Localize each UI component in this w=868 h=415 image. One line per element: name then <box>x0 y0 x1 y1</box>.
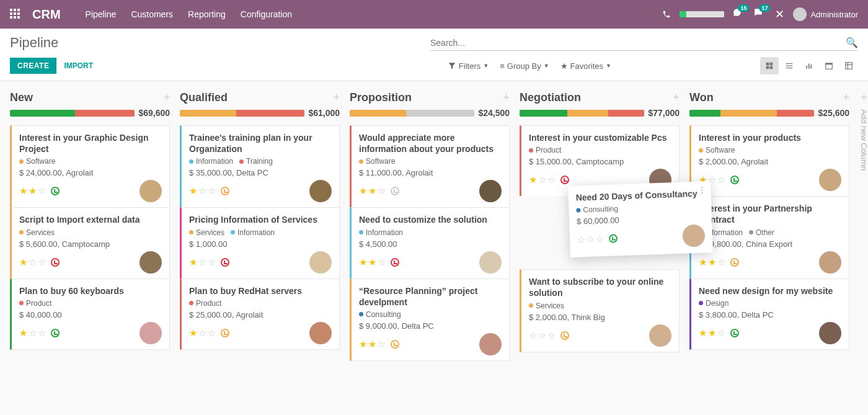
add-column-label[interactable]: Add new Column <box>859 104 868 171</box>
tag: Product <box>529 146 561 154</box>
star-icon: ★ <box>560 61 568 71</box>
tag: Consulting <box>359 310 401 319</box>
kanban-card[interactable]: “Resource Planning” project develpmentCo… <box>350 279 510 361</box>
nav-customers[interactable]: Customers <box>131 9 173 19</box>
avatar-icon <box>309 322 332 344</box>
kanban-card[interactable]: Plan to buy 60 keyboardsProduct$ 40,000.… <box>10 279 170 350</box>
phone-icon[interactable] <box>662 10 671 19</box>
avatar-icon <box>479 251 502 274</box>
kanban-card[interactable]: Need new design for my websiteDesign$ 3,… <box>689 279 849 350</box>
nav-configuration[interactable]: Configuration <box>241 9 292 19</box>
column-title: Qualified <box>180 91 228 104</box>
avatar-icon <box>309 180 332 202</box>
search-input[interactable] <box>430 35 846 50</box>
clock-icon[interactable] <box>221 258 229 267</box>
progress-bar[interactable] <box>680 11 724 17</box>
priority-stars[interactable]: ★★☆ <box>359 185 386 197</box>
card-price: $ 2,000.00, Think Big <box>529 313 671 322</box>
svg-rect-4 <box>786 63 793 64</box>
nav-reporting[interactable]: Reporting <box>188 9 226 19</box>
close-icon[interactable]: ✕ <box>775 7 784 21</box>
clock-icon[interactable] <box>730 176 739 184</box>
column-progress[interactable] <box>180 110 304 117</box>
priority-stars[interactable]: ★★☆ <box>359 257 386 268</box>
avatar-icon <box>140 180 162 202</box>
kanban-card[interactable]: Plan to buy RedHat serversProduct$ 25,00… <box>180 279 340 350</box>
favorites-button[interactable]: ★ Favorites▼ <box>560 61 611 71</box>
kanban-card[interactable]: Pricing Information of ServicesServicesI… <box>180 207 340 278</box>
activities-icon[interactable]: 17 <box>754 8 766 20</box>
clock-icon[interactable] <box>221 329 229 337</box>
tag: Services <box>529 301 564 310</box>
view-list[interactable] <box>780 57 799 74</box>
kanban-column: Won+$25,600Interest in your productsSoft… <box>689 91 849 361</box>
add-column-plus[interactable]: + <box>861 91 867 104</box>
filters-button[interactable]: Filters▼ <box>448 61 489 71</box>
priority-stars[interactable]: ★★☆ <box>19 185 46 197</box>
card-menu-icon[interactable]: ⋮ <box>698 185 706 194</box>
column-progress[interactable] <box>689 110 814 117</box>
add-card-button[interactable]: + <box>163 91 170 104</box>
clock-icon[interactable] <box>51 187 60 195</box>
app-brand[interactable]: CRM <box>32 7 61 22</box>
clock-icon[interactable] <box>391 187 399 195</box>
kanban-card[interactable]: Would appreciate more information about … <box>350 125 510 207</box>
column-total: $25,600 <box>818 108 849 118</box>
apps-icon[interactable] <box>10 9 21 20</box>
import-button[interactable]: IMPORT <box>64 61 93 70</box>
clock-icon[interactable] <box>391 258 399 267</box>
dragging-card[interactable]: ⋮ Need 20 Days of Consultancy Consulting… <box>568 181 713 257</box>
column-total: $69,600 <box>138 108 170 118</box>
create-button[interactable]: CREATE <box>10 58 56 74</box>
add-card-button[interactable]: + <box>333 91 340 104</box>
search-box[interactable]: 🔍 <box>430 35 858 51</box>
priority-stars[interactable]: ★☆☆ <box>19 257 46 268</box>
add-card-button[interactable]: + <box>843 91 849 104</box>
view-graph[interactable] <box>800 57 818 74</box>
nav-pipeline[interactable]: Pipeline <box>86 9 117 19</box>
priority-stars[interactable]: ★☆☆ <box>189 328 216 339</box>
view-calendar[interactable] <box>820 57 838 74</box>
kanban-card[interactable]: Trainee's training plan in your Organiza… <box>180 125 340 207</box>
user-menu[interactable]: Administrator <box>793 7 858 21</box>
clock-icon[interactable] <box>51 258 60 267</box>
column-progress[interactable] <box>10 110 135 117</box>
clock-icon[interactable] <box>51 329 60 337</box>
kanban-card[interactable]: Interest in your Partnership ContractInf… <box>689 196 849 278</box>
tag: Information <box>189 157 233 166</box>
kanban-column: Qualified+$61,000Trainee's training plan… <box>180 91 340 361</box>
priority-stars[interactable]: ★★☆ <box>359 339 386 350</box>
view-switcher <box>760 57 858 74</box>
priority-stars[interactable]: ☆☆☆ <box>529 330 556 341</box>
kanban-card[interactable]: Need to customize the solutionInformatio… <box>350 207 510 278</box>
clock-icon[interactable] <box>730 258 739 267</box>
clock-icon[interactable] <box>560 331 569 340</box>
priority-stars[interactable]: ★☆☆ <box>189 257 216 268</box>
conversations-icon[interactable]: 15 <box>733 8 745 20</box>
kanban-card[interactable]: Want to subscribe to your online solutio… <box>520 269 680 352</box>
groupby-button[interactable]: ≡ Group By▼ <box>500 61 549 71</box>
clock-icon[interactable] <box>730 329 739 337</box>
priority-stars[interactable]: ★☆☆ <box>529 174 556 185</box>
column-progress[interactable] <box>520 110 644 117</box>
priority-stars[interactable]: ★☆☆ <box>189 185 216 197</box>
card-title: Plan to buy 60 keyboards <box>19 285 162 297</box>
card-price: $ 2,000.00, Agrolait <box>699 157 841 166</box>
column-progress[interactable] <box>350 110 474 117</box>
search-icon[interactable]: 🔍 <box>846 37 858 48</box>
clock-icon[interactable] <box>560 176 569 184</box>
tag: Other <box>749 228 774 237</box>
priority-stars[interactable]: ★☆☆ <box>19 328 46 339</box>
clock-icon[interactable] <box>391 340 399 349</box>
clock-icon[interactable] <box>221 187 229 195</box>
priority-stars[interactable]: ★★☆ <box>699 257 725 268</box>
kanban-card[interactable]: Interest in your productsSoftware$ 2,000… <box>689 125 849 196</box>
priority-stars[interactable]: ☆☆☆ <box>577 233 604 245</box>
priority-stars[interactable]: ★★☆ <box>699 328 725 339</box>
add-card-button[interactable]: + <box>673 91 680 104</box>
add-card-button[interactable]: + <box>503 91 510 104</box>
kanban-card[interactable]: Script to Import external dataServices$ … <box>10 207 170 278</box>
view-kanban[interactable] <box>760 57 779 74</box>
view-pivot[interactable] <box>839 57 858 74</box>
kanban-card[interactable]: Interest in your Graphic Design ProjectS… <box>10 125 170 207</box>
